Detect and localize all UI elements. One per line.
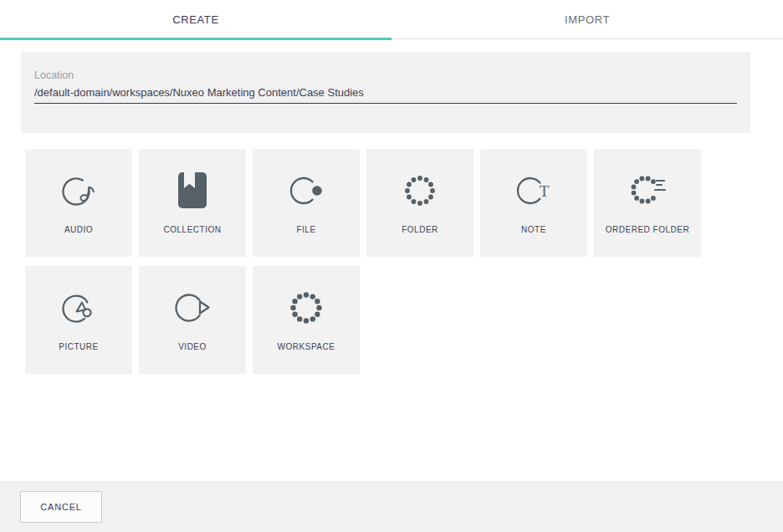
picture-icon bbox=[59, 287, 99, 327]
svg-text:T: T bbox=[540, 182, 550, 200]
tile-workspace[interactable]: WORKSPACE bbox=[253, 266, 360, 374]
tile-label: FILE bbox=[296, 222, 315, 238]
note-icon: T bbox=[514, 170, 554, 210]
tile-label: NOTE bbox=[521, 222, 546, 238]
tile-label: WORKSPACE bbox=[278, 339, 335, 356]
video-icon bbox=[172, 287, 212, 327]
cancel-button[interactable]: CANCEL bbox=[20, 491, 102, 523]
tabbar: CREATE IMPORT bbox=[0, 0, 783, 39]
tab-import-label: IMPORT bbox=[565, 13, 610, 26]
tile-video[interactable]: VIDEO bbox=[139, 266, 246, 374]
footer-bar: CANCEL bbox=[0, 481, 783, 532]
tile-picture[interactable]: PICTURE bbox=[25, 266, 132, 374]
location-label: Location bbox=[34, 69, 737, 81]
tile-note[interactable]: T NOTE bbox=[480, 149, 587, 257]
tile-label: FOLDER bbox=[402, 222, 438, 238]
tile-ordered-folder[interactable]: ORDERED FOLDER bbox=[594, 149, 701, 257]
document-type-grid: AUDIO COLLECTION FILE bbox=[25, 149, 758, 374]
tile-label: VIDEO bbox=[178, 339, 207, 356]
file-icon bbox=[286, 170, 326, 210]
tile-label: PICTURE bbox=[59, 339, 98, 356]
location-input[interactable] bbox=[34, 86, 737, 104]
collection-icon bbox=[172, 170, 212, 210]
folder-icon bbox=[400, 170, 440, 210]
tile-file[interactable]: FILE bbox=[253, 149, 360, 257]
tile-audio[interactable]: AUDIO bbox=[25, 149, 132, 257]
workspace-icon bbox=[286, 287, 326, 327]
tile-collection[interactable]: COLLECTION bbox=[139, 149, 246, 257]
tile-label: AUDIO bbox=[64, 222, 93, 238]
tab-create-label: CREATE bbox=[172, 13, 218, 26]
tab-create[interactable]: CREATE bbox=[0, 0, 392, 38]
tile-folder[interactable]: FOLDER bbox=[366, 149, 473, 257]
tile-label: ORDERED FOLDER bbox=[606, 222, 689, 238]
create-document-dialog: CREATE IMPORT Location AUDIO bbox=[0, 0, 783, 532]
ordered-folder-icon bbox=[627, 170, 668, 210]
tab-import[interactable]: IMPORT bbox=[392, 0, 783, 38]
location-panel: Location bbox=[21, 52, 750, 133]
audio-icon bbox=[59, 170, 99, 210]
tile-label: COLLECTION bbox=[164, 222, 222, 238]
